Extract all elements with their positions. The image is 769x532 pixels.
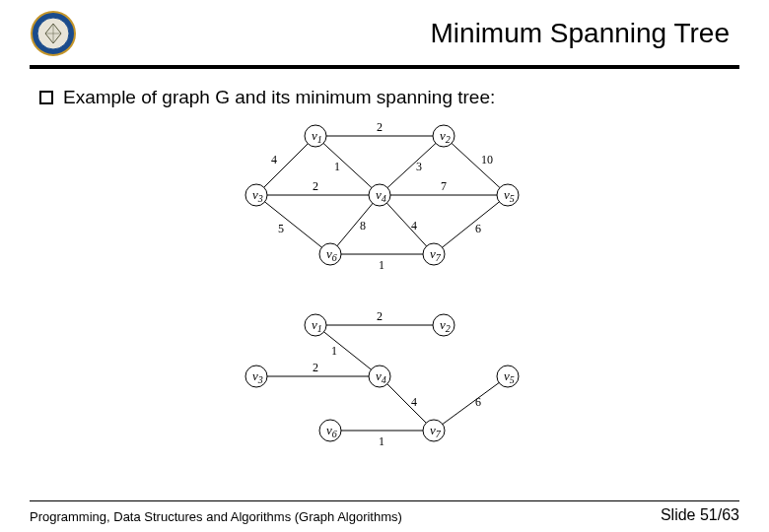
svg-line-27 — [380, 376, 434, 431]
weight-e36: 5 — [278, 222, 284, 235]
weight-e13: 4 — [271, 153, 277, 166]
weight-e14: 1 — [331, 344, 337, 358]
slide-footer: Programming, Data Structures and Algorit… — [0, 506, 769, 524]
slide-content: Example of graph G and its minimum spann… — [0, 69, 769, 455]
svg-line-13 — [330, 195, 380, 254]
svg-line-6 — [256, 136, 315, 195]
slide-number: Slide 51/63 — [661, 506, 739, 524]
weight-e47: 4 — [411, 395, 417, 409]
footer-divider — [30, 500, 739, 501]
graph-g: 2 4 1 3 10 2 7 5 8 4 6 1 — [217, 116, 552, 284]
svg-line-25 — [315, 325, 380, 376]
weight-e67: 1 — [379, 258, 384, 272]
weight-e14: 1 — [334, 160, 340, 173]
weight-e25: 10 — [481, 153, 493, 166]
bullet-item: Example of graph G and its minimum spann… — [39, 87, 730, 108]
institution-logo — [30, 10, 77, 57]
bullet-text: Example of graph G and its minimum spann… — [63, 87, 495, 108]
svg-line-28 — [434, 376, 508, 431]
weight-e46: 8 — [360, 219, 366, 233]
weight-e12: 2 — [377, 120, 383, 134]
svg-line-15 — [434, 195, 508, 254]
svg-line-14 — [380, 195, 434, 254]
weight-e24: 3 — [416, 160, 422, 173]
weight-e34: 2 — [313, 361, 318, 374]
weight-e47: 4 — [411, 219, 417, 233]
diagram-area: 2 4 1 3 10 2 7 5 8 4 6 1 — [39, 116, 730, 455]
svg-line-9 — [444, 136, 508, 195]
svg-line-7 — [315, 136, 380, 195]
weight-e57: 6 — [475, 395, 481, 409]
slide-header: Minimum Spanning Tree — [0, 0, 769, 65]
svg-line-12 — [256, 195, 330, 254]
square-bullet-icon — [39, 91, 53, 104]
footer-course: Programming, Data Structures and Algorit… — [30, 509, 661, 524]
weight-e45: 7 — [441, 179, 447, 193]
weight-e34: 2 — [313, 179, 318, 193]
weight-e57: 6 — [475, 222, 481, 235]
weight-e12: 2 — [377, 309, 383, 323]
slide-title: Minimum Spanning Tree — [77, 18, 739, 49]
weight-e67: 1 — [379, 434, 384, 448]
graph-mst: 2 1 2 4 6 1 v1 v2 v3 v4 v5 — [217, 307, 552, 455]
svg-line-8 — [380, 136, 444, 195]
